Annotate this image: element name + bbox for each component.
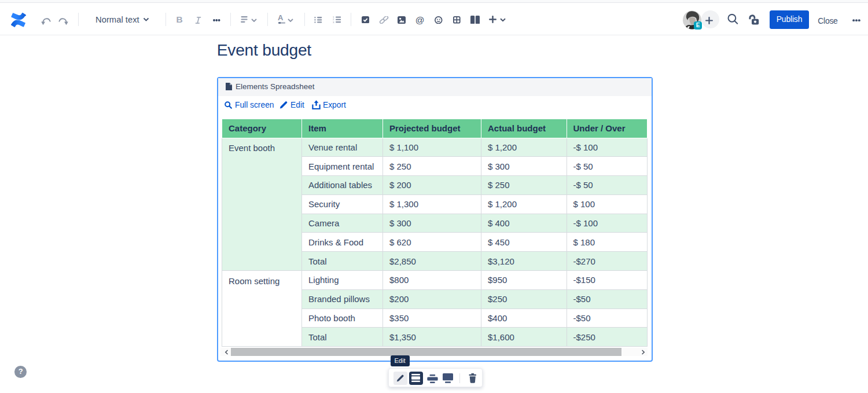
svg-text:3: 3 (333, 21, 334, 24)
